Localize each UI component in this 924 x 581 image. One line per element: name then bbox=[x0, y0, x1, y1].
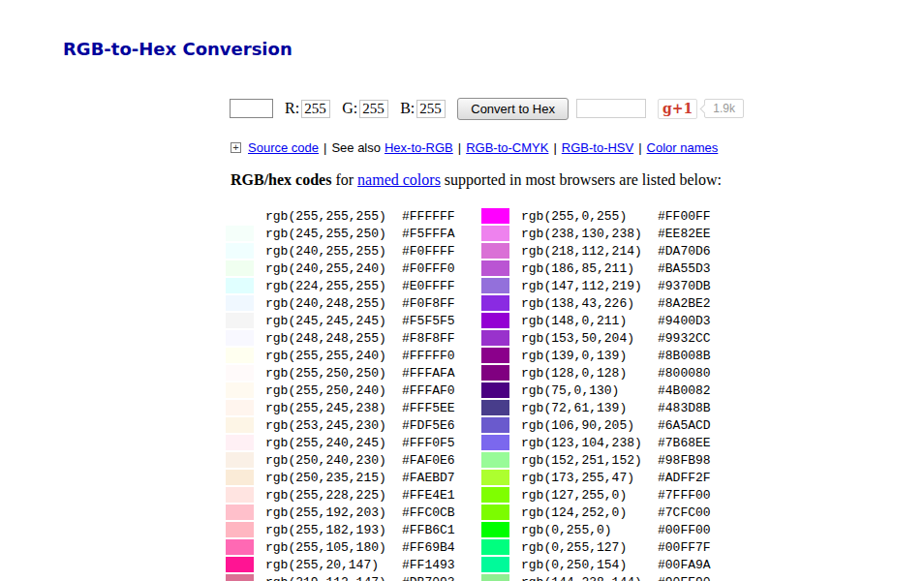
rgb-value: rgb(127,255,0) bbox=[521, 488, 658, 503]
color-row: rgb(248,248,255)#F8F8FF bbox=[226, 329, 455, 347]
green-label: G: bbox=[342, 100, 357, 117]
color-row: rgb(139,0,139)#8B008B bbox=[481, 347, 711, 364]
hex-value: #F0FFF0 bbox=[402, 261, 455, 276]
green-input[interactable] bbox=[359, 100, 388, 118]
color-swatch bbox=[226, 382, 254, 398]
rgb-value: rgb(0,250,154) bbox=[521, 558, 658, 572]
hex-value: #BA55D3 bbox=[658, 261, 711, 276]
hex-value: #FFFFFF bbox=[402, 209, 455, 224]
rgb-value: rgb(0,255,0) bbox=[521, 523, 658, 537]
hex-value: #7FFF00 bbox=[658, 488, 711, 503]
color-swatch bbox=[226, 452, 254, 468]
rgb-value: rgb(186,85,211) bbox=[521, 261, 658, 276]
source-code-link[interactable]: Source code bbox=[248, 140, 319, 155]
hex-value: #9932CC bbox=[658, 331, 711, 346]
color-swatch bbox=[226, 522, 254, 537]
color-row: rgb(75,0,130)#4B0082 bbox=[481, 382, 711, 399]
color-swatch bbox=[481, 226, 509, 241]
hex-result-input[interactable] bbox=[576, 99, 646, 118]
color-row: rgb(240,255,240)#F0FFF0 bbox=[226, 260, 455, 277]
rgb-value: rgb(255,192,203) bbox=[265, 505, 402, 520]
named-colors-link[interactable]: named colors bbox=[357, 171, 441, 188]
google-plus-one-widget: g+1 1.9k bbox=[658, 99, 744, 119]
red-input[interactable] bbox=[301, 100, 330, 118]
separator: | bbox=[458, 140, 461, 155]
link-hex-to-rgb[interactable]: Hex-to-RGB bbox=[385, 140, 453, 155]
color-row: rgb(0,250,154)#00FA9A bbox=[481, 556, 711, 573]
link-color-names[interactable]: Color names bbox=[647, 140, 719, 155]
rgb-value: rgb(75,0,130) bbox=[521, 383, 658, 398]
color-swatch bbox=[481, 208, 509, 224]
rgb-value: rgb(255,245,238) bbox=[265, 401, 402, 415]
hex-value: #FFB6C1 bbox=[402, 523, 455, 537]
hex-value: #7CFC00 bbox=[658, 505, 711, 520]
color-row: rgb(250,235,215)#FAEBD7 bbox=[226, 469, 455, 486]
separator: | bbox=[553, 140, 556, 155]
rgb-value: rgb(245,245,245) bbox=[265, 314, 402, 328]
rgb-value: rgb(240,255,240) bbox=[265, 261, 402, 276]
hex-value: #00FA9A bbox=[658, 558, 711, 572]
hex-value: #800080 bbox=[658, 366, 711, 381]
link-rgb-to-hsv[interactable]: RGB-to-HSV bbox=[562, 140, 633, 155]
rgb-value: rgb(248,248,255) bbox=[265, 331, 402, 346]
color-row: rgb(0,255,127)#00FF7F bbox=[481, 538, 711, 556]
red-label: R: bbox=[285, 100, 299, 117]
color-swatch bbox=[481, 574, 509, 581]
color-row: rgb(224,255,255)#E0FFFF bbox=[226, 277, 455, 294]
hex-value: #FFC0CB bbox=[402, 505, 455, 520]
intro-text: for bbox=[331, 171, 357, 188]
color-row: rgb(106,90,205)#6A5ACD bbox=[481, 416, 711, 434]
rgb-value: rgb(218,112,214) bbox=[521, 244, 658, 259]
hex-value: #6A5ACD bbox=[658, 418, 711, 433]
color-row: rgb(153,50,204)#9932CC bbox=[481, 329, 711, 347]
color-swatch bbox=[226, 557, 254, 572]
rgb-value: rgb(250,235,215) bbox=[265, 471, 402, 485]
color-row: rgb(255,0,255)#FF00FF bbox=[481, 207, 711, 225]
color-swatch bbox=[481, 400, 509, 415]
hex-value: #DB7093 bbox=[402, 575, 455, 581]
color-row: rgb(124,252,0)#7CFC00 bbox=[481, 504, 711, 521]
hex-value: #4B0082 bbox=[658, 383, 711, 398]
expand-plus-icon[interactable]: + bbox=[231, 142, 241, 153]
color-row: rgb(245,245,245)#F5F5F5 bbox=[226, 312, 455, 329]
convert-to-hex-button[interactable]: Convert to Hex bbox=[457, 98, 569, 120]
hex-value: #FAF0E6 bbox=[402, 453, 455, 468]
color-swatch bbox=[226, 417, 254, 433]
rgb-value: rgb(153,50,204) bbox=[521, 331, 658, 346]
plus-one-count-badge: 1.9k bbox=[704, 99, 744, 118]
hex-value: #F0F8FF bbox=[402, 296, 455, 311]
color-row: rgb(245,255,250)#F5FFFA bbox=[226, 225, 455, 242]
hex-value: #9400D3 bbox=[658, 314, 711, 328]
color-swatch bbox=[481, 557, 509, 572]
color-swatch bbox=[226, 435, 254, 450]
hex-value: #7B68EE bbox=[658, 436, 711, 450]
color-swatch bbox=[481, 539, 509, 555]
color-swatch bbox=[481, 470, 509, 485]
rgb-value: rgb(240,248,255) bbox=[265, 296, 402, 311]
color-row: rgb(255,245,238)#FFF5EE bbox=[226, 399, 455, 416]
color-row: rgb(173,255,47)#ADFF2F bbox=[481, 469, 711, 486]
color-row: rgb(255,192,203)#FFC0CB bbox=[226, 504, 455, 521]
color-swatch bbox=[481, 348, 509, 363]
intro-text: supported in most browsers are listed be… bbox=[441, 171, 722, 188]
color-row: rgb(255,240,245)#FFF0F5 bbox=[226, 434, 455, 451]
color-swatch bbox=[481, 313, 509, 328]
hex-value: #90EE90 bbox=[658, 575, 711, 581]
rgb-value: rgb(138,43,226) bbox=[521, 296, 658, 311]
color-row: rgb(240,248,255)#F0F8FF bbox=[226, 294, 455, 312]
color-row: rgb(138,43,226)#8A2BE2 bbox=[481, 294, 711, 312]
hex-value: #E0FFFF bbox=[402, 279, 455, 293]
rgb-value: rgb(144,238,144) bbox=[521, 575, 658, 581]
link-rgb-to-cmyk[interactable]: RGB-to-CMYK bbox=[466, 140, 548, 155]
rgb-value: rgb(219,112,147) bbox=[265, 575, 402, 581]
links-row: + Source code | See also Hex-to-RGB | RG… bbox=[231, 140, 718, 155]
blue-input[interactable] bbox=[416, 100, 446, 118]
hex-value: #483D8B bbox=[658, 401, 711, 415]
rgb-value: rgb(255,250,250) bbox=[265, 366, 402, 381]
rgb-value: rgb(255,228,225) bbox=[265, 488, 402, 503]
color-preview-box[interactable] bbox=[230, 99, 273, 118]
color-swatch bbox=[481, 417, 509, 433]
hex-value: #98FB98 bbox=[658, 453, 711, 468]
color-swatch bbox=[226, 330, 254, 346]
plus-one-button[interactable]: g+1 bbox=[658, 99, 697, 119]
